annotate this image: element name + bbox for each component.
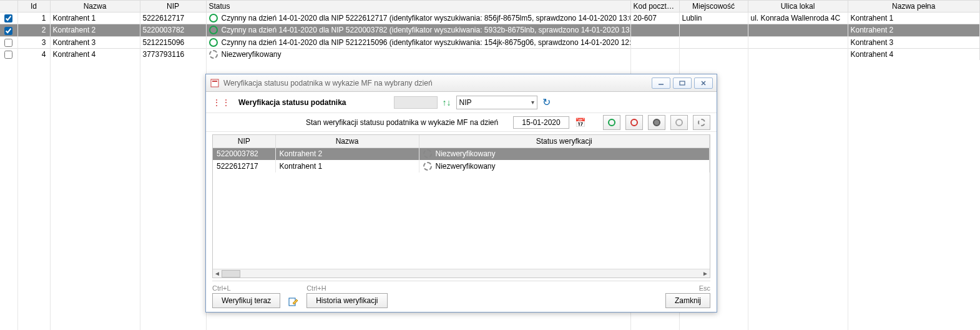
status-text: Niezweryfikowany: [436, 149, 496, 158]
verify-now-button[interactable]: Weryfikuj teraz: [212, 293, 280, 308]
cell-ulica: [748, 48, 848, 60]
filter-status-dashed-button[interactable]: [693, 115, 710, 130]
status-circle-icon: [423, 162, 432, 171]
dialog-footer: Ctrl+L Weryfikuj teraz Ctrl+H Historia w…: [212, 281, 710, 308]
cell-nazwa: Kontrahent 2: [275, 148, 419, 160]
svg-rect-3: [680, 81, 685, 85]
cell-nip: 5220003782: [140, 24, 206, 36]
table-row[interactable]: 4Kontrahent 43773793116NiezweryfikowanyK…: [0, 48, 980, 60]
close-dialog-button[interactable]: Zamknij: [665, 293, 710, 308]
cell-kod: [630, 48, 679, 60]
col-checkbox[interactable]: [0, 1, 17, 12]
grip-icon: ⋮⋮: [212, 101, 231, 104]
dialog-horizontal-scrollbar[interactable]: ◄ ►: [213, 269, 710, 278]
cell-kod: [630, 36, 679, 48]
scroll-thumb[interactable]: [222, 270, 240, 278]
cell-status: Niezweryfikowany: [419, 160, 710, 172]
cell-id: 1: [17, 12, 50, 24]
status-text: Niezweryfikowany: [436, 162, 496, 171]
cell-nazwa: Kontrahent 1: [50, 12, 140, 24]
row-checkbox[interactable]: [4, 27, 12, 35]
col-id[interactable]: Id: [17, 1, 50, 12]
svg-rect-1: [212, 81, 217, 82]
dlg-col-nip[interactable]: NIP: [213, 135, 275, 148]
cell-nazwa: Kontrahent 4: [50, 48, 140, 60]
row-checkbox-cell[interactable]: [0, 48, 17, 60]
col-kod[interactable]: Kod pocztowy: [630, 1, 679, 12]
row-checkbox[interactable]: [4, 39, 12, 47]
verification-dialog: Weryfikacja statusu podatnika w wykazie …: [205, 74, 717, 312]
row-checkbox-cell[interactable]: [0, 12, 17, 24]
shortcut-close: Esc: [699, 284, 710, 292]
cell-ulica: [748, 36, 848, 48]
row-checkbox-cell[interactable]: [0, 36, 17, 48]
col-nazwa[interactable]: Nazwa: [50, 1, 140, 12]
filter-status-red-button[interactable]: [625, 115, 643, 130]
filter-status-gray-button[interactable]: [670, 115, 688, 130]
scroll-right-icon[interactable]: ►: [702, 270, 708, 277]
filter-type-value: NIP: [459, 98, 472, 107]
cell-ulica: ul. Konrada Wallenroda 4C: [748, 12, 848, 24]
dlg-col-nazwa[interactable]: Nazwa: [275, 135, 419, 148]
toolbar-heading: Weryfikacja statusu podatnika: [238, 98, 346, 107]
col-ulica[interactable]: Ulica lokal: [748, 1, 848, 12]
col-status[interactable]: Status: [206, 1, 630, 12]
svg-rect-0: [211, 79, 218, 87]
cell-miejscowosc: [679, 36, 748, 48]
col-nazwa-pelna[interactable]: Nazwa pełna: [848, 1, 980, 12]
status-circle-icon: [209, 50, 218, 59]
sort-arrow-icon[interactable]: ↑↓: [443, 98, 451, 108]
table-row[interactable]: 5222612717Kontrahent 1Niezweryfikowany: [213, 160, 710, 172]
status-circle-icon: [423, 149, 432, 158]
cell-kod: [630, 24, 679, 36]
dialog-title: Weryfikacja statusu podatnika w wykazie …: [223, 79, 433, 88]
shortcut-history: Ctrl+H: [306, 284, 326, 292]
cell-status: Czynny na dzień 14-01-2020 dla NIP 52226…: [206, 12, 630, 24]
maximize-button[interactable]: [673, 78, 692, 89]
table-row[interactable]: 5220003782Kontrahent 2Niezweryfikowany: [213, 148, 710, 160]
dialog-grid-wrap: NIP Nazwa Status weryfkacji 5220003782Ko…: [212, 134, 710, 278]
refresh-icon[interactable]: ↻: [542, 96, 551, 108]
cell-status: Niezweryfikowany: [419, 148, 710, 160]
cell-nazwa: Kontrahent 3: [50, 36, 140, 48]
cell-pelna: Kontrahent 1: [848, 12, 980, 24]
filter-input[interactable]: [394, 96, 438, 109]
cell-status: Czynny na dzień 14-01-2020 dla NIP 52122…: [206, 36, 630, 48]
edit-icon[interactable]: [287, 296, 300, 309]
col-nip[interactable]: NIP: [140, 1, 206, 12]
cell-pelna: Kontrahent 3: [848, 36, 980, 48]
date-input[interactable]: [513, 116, 569, 129]
table-row[interactable]: 2Kontrahent 25220003782Czynny na dzień 1…: [0, 24, 980, 36]
filter-status-grayfilled-button[interactable]: [648, 115, 665, 130]
cell-miejscowosc: [679, 48, 748, 60]
calendar-icon[interactable]: 📅: [574, 117, 586, 128]
row-checkbox-cell[interactable]: [0, 24, 17, 36]
cell-status: Czynny na dzień 14-01-2020 dla NIP 52200…: [206, 24, 630, 36]
cell-nazwa: Kontrahent 2: [50, 24, 140, 36]
status-circle-icon: [209, 14, 218, 22]
app-icon: [210, 78, 220, 88]
cell-miejscowosc: [679, 24, 748, 36]
cell-nip: 3773793116: [140, 48, 206, 60]
minimize-button[interactable]: [652, 78, 670, 89]
filter-status-green-button[interactable]: [603, 115, 620, 130]
filter-type-select[interactable]: NIP ▾: [456, 96, 537, 109]
table-row[interactable]: 3Kontrahent 35212215096Czynny na dzień 1…: [0, 36, 980, 48]
status-circle-icon: [209, 26, 218, 34]
table-row[interactable]: 1Kontrahent 15222612717Czynny na dzień 1…: [0, 12, 980, 24]
scroll-left-icon[interactable]: ◄: [214, 270, 220, 277]
col-miejscowosc[interactable]: Miejscowość: [679, 1, 748, 12]
status-text: Czynny na dzień 14-01-2020 dla NIP 52122…: [222, 38, 631, 47]
cell-ulica: [748, 24, 848, 36]
cell-nip: 5220003782: [213, 148, 275, 160]
close-button[interactable]: [694, 78, 713, 89]
dlg-col-status[interactable]: Status weryfkacji: [419, 135, 710, 148]
row-checkbox[interactable]: [4, 51, 12, 59]
cell-status: Niezweryfikowany: [206, 48, 630, 60]
verification-history-button[interactable]: Historia weryfikacji: [306, 293, 387, 308]
grid-header-row: Id Nazwa NIP Status Kod pocztowy Miejsco…: [0, 1, 980, 12]
row-checkbox[interactable]: [4, 14, 12, 22]
dialog-titlebar[interactable]: Weryfikacja statusu podatnika w wykazie …: [206, 74, 717, 92]
status-text: Czynny na dzień 14-01-2020 dla NIP 52200…: [222, 26, 631, 34]
status-text: Niezweryfikowany: [222, 50, 282, 59]
